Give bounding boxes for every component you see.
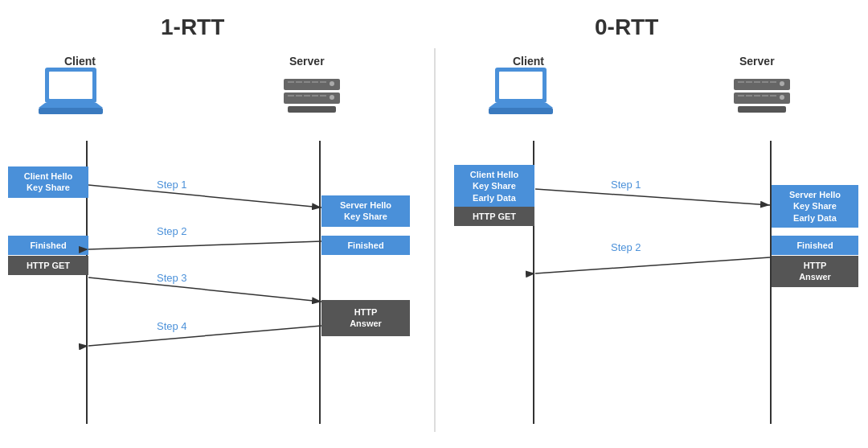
svg-rect-28 [762, 81, 768, 83]
left-finished-server-box: Finished [321, 236, 410, 255]
svg-rect-15 [320, 95, 326, 97]
left-server-icon [280, 72, 344, 120]
svg-rect-8 [304, 81, 310, 83]
right-server-label: Server [739, 55, 775, 68]
svg-rect-18 [288, 106, 336, 113]
left-step4-label: Step 4 [157, 320, 187, 332]
svg-line-42 [535, 189, 770, 205]
svg-line-38 [88, 185, 321, 208]
right-finished-server-box: Finished [772, 236, 858, 255]
svg-line-41 [88, 326, 321, 346]
svg-point-36 [780, 95, 784, 100]
left-client-laptop-icon [39, 66, 103, 121]
left-step1-label: Step 1 [157, 179, 187, 191]
svg-point-16 [330, 81, 334, 86]
svg-rect-3 [39, 108, 103, 114]
svg-point-17 [330, 95, 334, 100]
svg-rect-9 [312, 81, 318, 83]
right-server-icon [730, 72, 794, 120]
right-step1-label: Step 1 [611, 179, 641, 191]
svg-rect-27 [754, 81, 760, 83]
svg-rect-31 [746, 95, 752, 97]
title-0rtt: 0-RTT [595, 14, 658, 40]
svg-rect-37 [738, 106, 786, 113]
svg-rect-1 [49, 72, 92, 99]
svg-rect-7 [296, 81, 302, 83]
right-step2-label: Step 2 [611, 241, 641, 253]
svg-rect-12 [296, 95, 302, 97]
right-http-answer-box: HTTPAnswer [772, 256, 858, 287]
right-server-hello-box: Server HelloKey ShareEarly Data [772, 185, 858, 228]
section-divider [434, 48, 436, 432]
left-server-label: Server [289, 55, 325, 68]
left-step2-label: Step 2 [157, 225, 187, 237]
svg-rect-32 [754, 95, 760, 97]
svg-marker-21 [489, 103, 553, 108]
svg-rect-34 [770, 95, 776, 97]
svg-rect-6 [288, 81, 294, 83]
svg-line-43 [535, 257, 770, 273]
svg-rect-14 [312, 95, 318, 97]
svg-rect-13 [304, 95, 310, 97]
svg-point-35 [780, 81, 784, 86]
left-server-timeline [319, 141, 321, 424]
svg-rect-33 [762, 95, 768, 97]
svg-rect-20 [499, 72, 542, 99]
left-client-hello-box: Client HelloKey Share [8, 166, 88, 198]
svg-rect-29 [770, 81, 776, 83]
svg-marker-2 [39, 103, 103, 108]
right-client-hello-box: Client HelloKey ShareEarly Data [454, 165, 534, 208]
right-http-get-box: HTTP GET [454, 207, 534, 226]
svg-rect-26 [746, 81, 752, 83]
title-1rtt: 1-RTT [161, 14, 224, 40]
left-server-hello-box: Server HelloKey Share [321, 195, 410, 227]
svg-rect-30 [738, 95, 744, 97]
right-client-laptop-icon [489, 66, 553, 121]
svg-line-40 [88, 277, 321, 302]
svg-rect-11 [288, 95, 294, 97]
svg-rect-22 [489, 108, 553, 114]
diagram-container: 1-RTT 0-RTT Client Server [0, 0, 868, 448]
left-http-get-box: HTTP GET [8, 256, 88, 275]
left-http-answer-box: HTTPAnswer [321, 300, 410, 336]
svg-rect-10 [320, 81, 326, 83]
svg-line-39 [88, 241, 321, 249]
left-step3-label: Step 3 [157, 272, 187, 284]
left-finished-client-box: Finished [8, 236, 88, 255]
svg-rect-25 [738, 81, 744, 83]
